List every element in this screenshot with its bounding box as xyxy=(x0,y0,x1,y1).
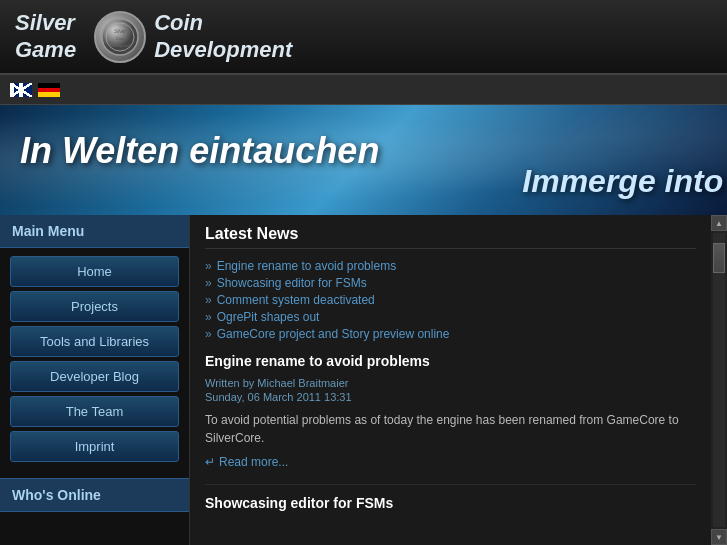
arrow-icon: » xyxy=(205,259,212,273)
banner-text-right: Immerge into w xyxy=(522,163,727,200)
news-link-5[interactable]: GameCore project and Story preview onlin… xyxy=(217,327,450,341)
main-layout: Main Menu Home Projects Tools and Librar… xyxy=(0,215,727,545)
header: Silver Game Silver Coin Development Coin… xyxy=(0,0,727,75)
news-link-4[interactable]: OgrePit shapes out xyxy=(217,310,320,324)
scrollbar-track[interactable] xyxy=(713,233,725,527)
scrollbar[interactable]: ▲ ▼ xyxy=(711,215,727,545)
arrow-icon: » xyxy=(205,293,212,307)
language-bar xyxy=(0,75,727,105)
logo-right-text: Coin Development xyxy=(154,10,292,63)
arrow-icon: » xyxy=(205,327,212,341)
svg-text:Coin: Coin xyxy=(116,36,125,41)
sidebar-item-tools[interactable]: Tools and Libraries xyxy=(10,326,179,357)
svg-text:Development: Development xyxy=(110,44,132,48)
sidebar: Main Menu Home Projects Tools and Librar… xyxy=(0,215,190,545)
scroll-up-button[interactable]: ▲ xyxy=(711,215,727,231)
logo-silver: Silver xyxy=(15,10,75,36)
sidebar-nav: Home Projects Tools and Libraries Develo… xyxy=(0,248,189,474)
read-more-link-1[interactable]: ↵ Read more... xyxy=(205,455,696,469)
main-menu-title: Main Menu xyxy=(0,215,189,248)
banner-text-left: In Welten eintauchen xyxy=(20,130,379,172)
read-more-arrow-icon: ↵ xyxy=(205,455,215,469)
news-link-3[interactable]: Comment system deactivated xyxy=(217,293,375,307)
svg-text:Silver: Silver xyxy=(114,28,127,34)
section-title: Latest News xyxy=(205,225,696,249)
scroll-down-button[interactable]: ▼ xyxy=(711,529,727,545)
news-link-item: » GameCore project and Story preview onl… xyxy=(205,327,696,341)
banner: In Welten eintauchen Immerge into w xyxy=(0,105,727,215)
scrollbar-thumb[interactable] xyxy=(713,243,725,273)
article-1-author: Written by Michael Braitmaier xyxy=(205,377,696,389)
news-link-item: » Engine rename to avoid problems xyxy=(205,259,696,273)
logo-text: Silver Game xyxy=(15,10,76,63)
news-links-list: » Engine rename to avoid problems » Show… xyxy=(205,259,696,341)
article-1-body: To avoid potential problems as of today … xyxy=(205,411,696,447)
article-1: Engine rename to avoid problems Written … xyxy=(205,353,696,469)
news-divider xyxy=(205,484,696,485)
read-more-label: Read more... xyxy=(219,455,288,469)
arrow-icon: » xyxy=(205,276,212,290)
news-link-item: » Comment system deactivated xyxy=(205,293,696,307)
flag-uk-icon[interactable] xyxy=(10,83,32,97)
news-link-item: » Showcasing editor for FSMs xyxy=(205,276,696,290)
flag-de-icon[interactable] xyxy=(38,83,60,97)
news-link-1[interactable]: Engine rename to avoid problems xyxy=(217,259,396,273)
sidebar-item-team[interactable]: The Team xyxy=(10,396,179,427)
news-link-item: » OgrePit shapes out xyxy=(205,310,696,324)
article-1-title: Engine rename to avoid problems xyxy=(205,353,696,369)
coin-logo-icon: Silver Coin Development xyxy=(94,11,146,63)
sidebar-item-projects[interactable]: Projects xyxy=(10,291,179,322)
whos-online-title: Who's Online xyxy=(0,478,189,512)
sidebar-item-imprint[interactable]: Imprint xyxy=(10,431,179,462)
arrow-icon: » xyxy=(205,310,212,324)
article-2: Showcasing editor for FSMs xyxy=(205,495,696,511)
article-2-title: Showcasing editor for FSMs xyxy=(205,495,696,511)
news-link-2[interactable]: Showcasing editor for FSMs xyxy=(217,276,367,290)
sidebar-item-home[interactable]: Home xyxy=(10,256,179,287)
sidebar-item-blog[interactable]: Developer Blog xyxy=(10,361,179,392)
logo-game: Game xyxy=(15,37,76,63)
article-1-date: Sunday, 06 March 2011 13:31 xyxy=(205,391,696,403)
content-area[interactable]: Latest News » Engine rename to avoid pro… xyxy=(190,215,711,545)
